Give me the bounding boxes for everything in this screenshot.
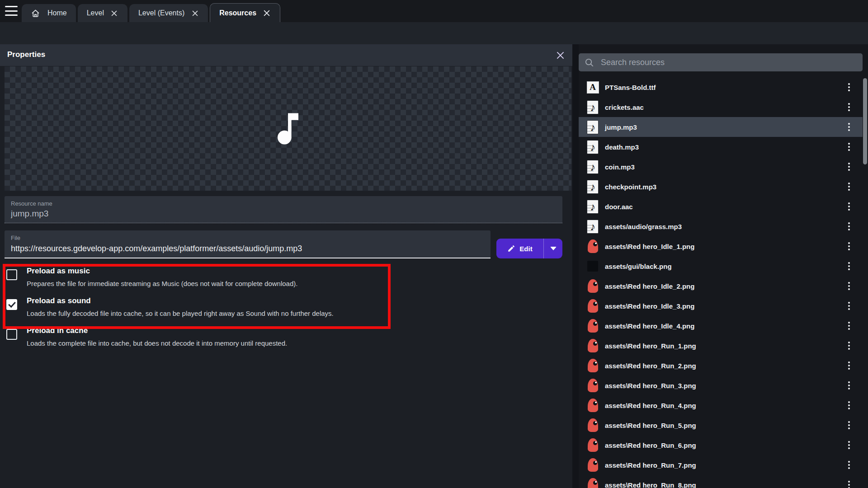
resource-row[interactable]: jump.mp3	[579, 117, 863, 137]
field-value: https://resources.gdevelop-app.com/examp…	[11, 244, 302, 253]
audio-file-icon	[587, 180, 599, 194]
edit-button[interactable]: Edit	[496, 239, 562, 258]
search-input[interactable]	[600, 57, 857, 68]
search-icon	[584, 57, 594, 68]
resource-menu-button[interactable]	[844, 375, 854, 395]
resources-panel: A PTSans-Bold.ttf crickets.aac jump.mp3 …	[579, 44, 868, 488]
resource-menu-button[interactable]	[844, 316, 854, 336]
resource-row[interactable]: A PTSans-Bold.ttf	[579, 77, 863, 97]
tab-level[interactable]: Level	[78, 4, 127, 22]
field-value: jump.mp3	[11, 209, 48, 219]
resource-name: assets\Red hero_Run_1.png	[605, 342, 696, 350]
field-label: File	[11, 235, 20, 241]
resource-row[interactable]: assets\Red hero_Run_6.png	[579, 435, 863, 455]
resource-name: assets\Red hero_Idle_3.png	[605, 302, 694, 310]
resource-name: assets\Red hero_Idle_1.png	[605, 243, 694, 250]
tab-resources[interactable]: Resources	[210, 3, 280, 22]
edit-options-button[interactable]	[544, 239, 562, 258]
edit-label: Edit	[519, 245, 532, 253]
resource-row[interactable]: crickets.aac	[579, 97, 863, 117]
music-note-icon	[267, 108, 309, 150]
scrollbar-thumb[interactable]	[863, 78, 867, 164]
close-panel-icon[interactable]	[554, 49, 566, 61]
resource-name-field[interactable]: Resource name jump.mp3	[5, 196, 562, 223]
resource-row[interactable]: assets\Red hero_Run_3.png	[579, 375, 863, 395]
resource-row[interactable]: assets\Red hero_Run_7.png	[579, 455, 863, 475]
resource-name: assets/gui/black.png	[605, 263, 672, 270]
resource-menu-button[interactable]	[844, 77, 854, 97]
resource-menu-button[interactable]	[844, 236, 854, 256]
resource-name: assets\Red hero_Run_4.png	[605, 402, 696, 409]
preload-in-cache-row: Preload in cache Loads the complete file…	[6, 325, 562, 348]
resource-row[interactable]: assets\Red hero_Run_4.png	[579, 395, 863, 415]
toolbar: Preview Publish	[0, 22, 868, 44]
resource-menu-button[interactable]	[844, 117, 854, 137]
resource-name: death.mp3	[605, 143, 639, 151]
resource-row[interactable]: coin.mp3	[579, 157, 863, 177]
close-tab-icon[interactable]	[110, 9, 118, 17]
resource-menu-button[interactable]	[844, 475, 854, 488]
resource-name: assets/audio/grass.mp3	[605, 223, 682, 230]
resource-row[interactable]: assets\Red hero_Run_1.png	[579, 336, 863, 356]
resource-row[interactable]: assets\Red hero_Run_5.png	[579, 415, 863, 435]
resource-menu-button[interactable]	[844, 435, 854, 455]
tab-label: Level (Events)	[138, 9, 184, 17]
resource-row[interactable]: checkpoint.mp3	[579, 177, 863, 197]
properties-header: Properties	[0, 44, 572, 66]
resource-menu-button[interactable]	[844, 256, 854, 276]
close-tab-icon[interactable]	[191, 9, 199, 17]
resource-row[interactable]: door.aac	[579, 197, 863, 216]
field-label: Resource name	[11, 200, 52, 207]
properties-panel: Properties Resource name jump.mp3 File h…	[0, 44, 572, 488]
resource-menu-button[interactable]	[844, 395, 854, 415]
resource-row[interactable]: assets\Red hero_Idle_3.png	[579, 296, 863, 316]
resource-menu-button[interactable]	[844, 157, 854, 177]
resource-row[interactable]: assets\Red hero_Idle_4.png	[579, 316, 863, 336]
resource-menu-button[interactable]	[844, 97, 854, 117]
checkbox-description: Loads the complete file into cache, but …	[27, 338, 287, 348]
resource-row[interactable]: assets\Red hero_Run_2.png	[579, 356, 863, 375]
resource-row[interactable]: assets\Red hero_Run_8.png	[579, 475, 863, 488]
main-menu-button[interactable]	[5, 6, 18, 16]
close-tab-icon[interactable]	[263, 9, 271, 17]
resource-row[interactable]: assets/audio/grass.mp3	[579, 216, 863, 236]
tab-level-events[interactable]: Level (Events)	[129, 4, 208, 22]
resource-preview	[5, 66, 571, 191]
resource-menu-button[interactable]	[844, 137, 854, 157]
resource-menu-button[interactable]	[844, 197, 854, 216]
tab-home[interactable]: Home	[22, 4, 76, 22]
image-file-icon	[588, 478, 598, 488]
image-file-icon	[588, 418, 598, 432]
resource-name: jump.mp3	[605, 123, 637, 131]
resource-menu-button[interactable]	[844, 296, 854, 316]
tab-label: Level	[87, 9, 104, 17]
file-field[interactable]: File https://resources.gdevelop-app.com/…	[5, 230, 491, 258]
resource-menu-button[interactable]	[844, 177, 854, 197]
resource-menu-button[interactable]	[844, 356, 854, 375]
image-file-icon	[588, 359, 598, 372]
resource-row[interactable]: assets\Red hero_Idle_2.png	[579, 276, 863, 296]
resource-row[interactable]: assets/gui/black.png	[579, 256, 863, 276]
preload-as-music-row: Preload as music Prepares the file for i…	[6, 266, 562, 288]
preload-in-cache-checkbox[interactable]	[6, 329, 17, 340]
checkbox-label: Preload as sound	[27, 296, 334, 306]
preload-as-music-checkbox[interactable]	[6, 269, 17, 280]
audio-file-icon	[587, 100, 599, 114]
resource-row[interactable]: assets\Red hero_Idle_1.png	[579, 236, 863, 256]
search-bar[interactable]	[579, 53, 863, 71]
preload-as-sound-checkbox[interactable]	[6, 299, 17, 310]
resource-menu-button[interactable]	[844, 216, 854, 236]
resource-row[interactable]: death.mp3	[579, 137, 863, 157]
resource-menu-button[interactable]	[844, 276, 854, 296]
image-file-icon	[588, 379, 598, 392]
checkbox-description: Prepares the file for immediate streamin…	[27, 279, 297, 288]
audio-file-icon	[587, 120, 599, 134]
tab-bar: Home Level Level (Events) Resources	[22, 4, 280, 22]
resource-name: checkpoint.mp3	[605, 183, 656, 191]
image-file-icon	[588, 319, 598, 333]
resource-menu-button[interactable]	[844, 415, 854, 435]
resource-menu-button[interactable]	[844, 336, 854, 356]
resource-menu-button[interactable]	[844, 455, 854, 475]
preload-as-sound-row: Preload as sound Loads the fully decoded…	[6, 296, 562, 318]
audio-file-icon	[587, 220, 599, 234]
